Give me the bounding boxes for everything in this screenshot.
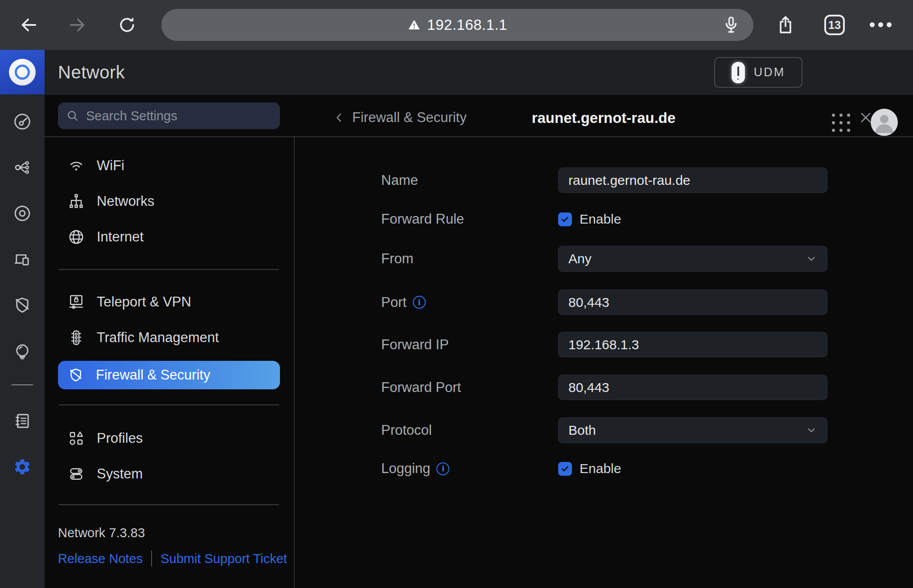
browser-menu-button[interactable] (870, 22, 892, 27)
close-button[interactable] (855, 107, 876, 128)
unifi-network-settings-screen: 192.168.1.1 13 Network UDM (0, 0, 913, 588)
rail-item-system-log[interactable] (13, 412, 32, 430)
rail-item-dashboard[interactable] (13, 112, 32, 131)
globe-icon (68, 229, 85, 245)
voice-search-button[interactable] (720, 14, 742, 36)
logging-checkbox[interactable] (558, 462, 572, 476)
nav-group-divider (59, 269, 279, 270)
console-badge[interactable]: UDM (714, 57, 802, 88)
form-row-name: Name (381, 167, 827, 193)
profiles-shapes-icon (68, 430, 85, 447)
wifi-icon (68, 157, 85, 174)
field-label: Forward Rule (381, 211, 558, 227)
nav-item-firewall-security[interactable]: Firewall & Security (58, 361, 280, 389)
app-version: Network 7.3.83 (58, 526, 145, 540)
release-notes-link[interactable]: Release Notes (58, 551, 143, 566)
nav-item-traffic-management[interactable]: Traffic Management (58, 320, 280, 355)
nav-group-divider (59, 404, 279, 405)
microphone-icon (720, 14, 742, 36)
checkmark-icon (560, 215, 570, 224)
from-select[interactable]: Any (558, 246, 827, 272)
browser-back-button[interactable] (18, 14, 39, 36)
link-separator (151, 551, 152, 567)
name-input[interactable] (558, 167, 827, 193)
browser-reload-button[interactable] (116, 14, 138, 36)
device-donut-icon (13, 204, 32, 223)
search-icon (66, 109, 79, 122)
checkbox-label: Enable (580, 212, 621, 227)
field-label: Forward IP (381, 337, 558, 353)
unifi-logo-tile[interactable] (0, 50, 45, 94)
browser-share-button[interactable] (775, 14, 796, 36)
nav-label: Profiles (97, 430, 143, 446)
rail-item-insights[interactable] (13, 343, 32, 361)
form-row-protocol: Protocol Both (381, 417, 827, 443)
field-label: Protocol (381, 422, 558, 438)
selected-value: Both (568, 423, 596, 438)
traffic-light-icon (68, 329, 85, 346)
address-bar[interactable]: 192.168.1.1 (161, 9, 753, 41)
nav-label: Internet (97, 229, 144, 245)
browser-forward-button[interactable] (67, 14, 88, 36)
rail-item-security[interactable] (13, 296, 32, 314)
chevron-down-icon (806, 253, 817, 265)
checkbox-label: Enable (580, 461, 621, 476)
dashboard-icon (13, 112, 32, 131)
nav-label: Teleport & VPN (97, 294, 191, 310)
shield-slash-icon (13, 296, 32, 314)
not-secure-warning-icon (407, 18, 421, 32)
nav-item-teleport-vpn[interactable]: Teleport & VPN (58, 284, 280, 320)
nav-label: Traffic Management (97, 330, 219, 346)
rail-item-settings[interactable] (13, 457, 32, 476)
tab-count: 13 (828, 19, 841, 32)
gear-icon (13, 457, 32, 476)
nav-item-networks[interactable]: Networks (58, 184, 280, 219)
vertical-divider (294, 137, 295, 588)
form-row-from: From Any (381, 246, 827, 272)
app-header: Network UDM (0, 50, 913, 95)
field-label: Port i (381, 294, 558, 310)
forward-rule-checkbox[interactable] (558, 212, 572, 226)
forward-ip-input[interactable] (558, 332, 827, 357)
nav-item-wifi[interactable]: WiFi (58, 148, 280, 184)
rail-item-devices[interactable] (13, 204, 32, 223)
search-placeholder: Search Settings (86, 109, 177, 123)
info-icon[interactable]: i (413, 296, 426, 309)
rail-item-clients[interactable] (13, 250, 32, 269)
nav-label: Networks (97, 193, 154, 209)
browser-toolbar: 192.168.1.1 13 (0, 0, 913, 50)
horizontal-divider (45, 136, 913, 137)
chevron-down-icon (806, 425, 817, 436)
search-input[interactable]: Search Settings (58, 102, 280, 129)
forward-port-input[interactable] (558, 375, 827, 400)
reload-icon (117, 15, 137, 35)
form-row-logging: Logging i Enable (381, 456, 827, 482)
field-label-text: Port (381, 294, 407, 310)
field-label: Name (381, 172, 558, 188)
form-row-port: Port i (381, 290, 827, 315)
clients-icon (13, 250, 32, 269)
info-icon[interactable]: i (436, 462, 449, 475)
nav-label: System (97, 466, 143, 482)
close-icon (859, 110, 873, 125)
nav-item-profiles[interactable]: Profiles (58, 421, 280, 456)
port-input[interactable] (558, 290, 827, 315)
field-label: Logging i (381, 461, 558, 477)
networks-tree-icon (68, 193, 85, 210)
journal-icon (13, 412, 32, 430)
rail-item-topology[interactable] (13, 158, 32, 177)
field-label: From (381, 251, 558, 267)
nav-item-internet[interactable]: Internet (58, 219, 280, 255)
tab-switcher-button[interactable]: 13 (824, 15, 845, 35)
rail-divider (12, 384, 33, 385)
left-icon-rail (0, 94, 45, 588)
checkmark-icon (560, 464, 570, 474)
insights-bulb-icon (13, 343, 32, 361)
submit-support-ticket-link[interactable]: Submit Support Ticket (160, 551, 287, 566)
nav-label: Firewall & Security (96, 367, 210, 383)
unifi-logo (9, 59, 36, 86)
field-label: Forward Port (381, 380, 558, 396)
nav-item-system[interactable]: System (58, 456, 280, 492)
protocol-select[interactable]: Both (558, 417, 827, 443)
form-row-forward-rule: Forward Rule Enable (381, 206, 827, 232)
